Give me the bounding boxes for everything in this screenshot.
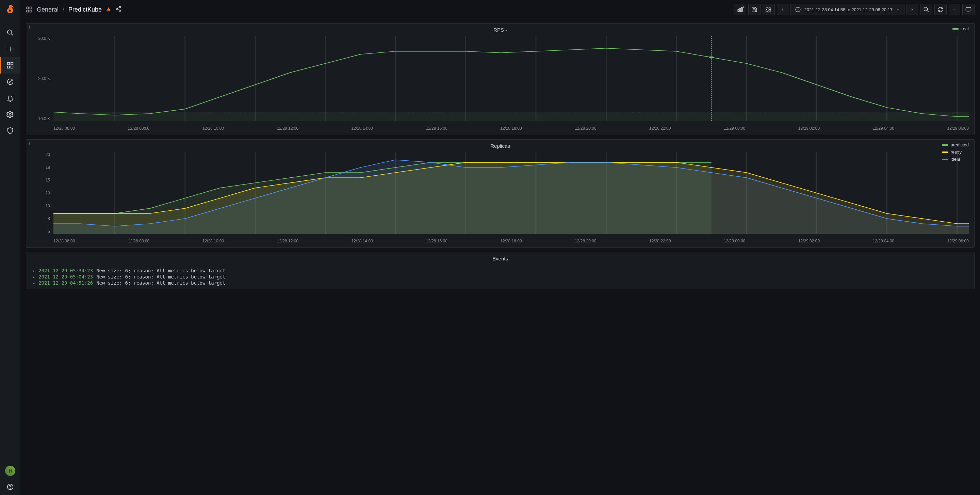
y-tick: 20.0 K xyxy=(30,76,50,81)
legend-item[interactable]: real xyxy=(953,26,969,31)
x-tick: 12/29 00:00 xyxy=(724,239,745,244)
x-tick: 12/29 00:00 xyxy=(724,126,745,131)
shield-icon[interactable] xyxy=(0,123,21,139)
svg-rect-8 xyxy=(11,66,13,68)
svg-point-49 xyxy=(709,57,714,59)
svg-point-20 xyxy=(119,10,121,11)
svg-line-21 xyxy=(118,7,119,8)
topbar: General / PredictKube ★ + 2021-12-28 04:… xyxy=(21,0,980,19)
share-icon[interactable] xyxy=(115,6,121,14)
svg-point-26 xyxy=(768,9,769,11)
chart-replicas[interactable]: 201815131085 xyxy=(53,152,969,234)
svg-point-19 xyxy=(116,8,118,10)
y-tick: 8 xyxy=(30,216,50,221)
gear-icon[interactable] xyxy=(0,106,21,123)
svg-point-11 xyxy=(9,113,11,115)
svg-rect-16 xyxy=(27,10,29,12)
settings-button[interactable] xyxy=(762,4,775,15)
x-tick: 12/28 20:00 xyxy=(575,239,596,244)
x-tick: 12/29 04:00 xyxy=(873,126,894,131)
event-message: New size: 6; reason: All metrics below t… xyxy=(96,274,225,280)
svg-point-18 xyxy=(119,6,121,8)
avatar-initial: H xyxy=(8,468,11,474)
x-tick: 12/28 20:00 xyxy=(575,126,596,131)
x-tick: 12/29 06:00 xyxy=(947,126,969,131)
chevron-down-icon xyxy=(896,8,900,11)
grafana-logo-icon[interactable] xyxy=(5,4,16,15)
chart-rps[interactable]: 30.0 K20.0 K10.0 K xyxy=(53,36,969,121)
y-tick: 13 xyxy=(30,191,50,196)
event-timestamp: 2021-12-29 05:04:23 xyxy=(38,274,93,280)
dashboard-content: i RPS▾ real 30.0 K20.0 K10.0 K 12/28 06:… xyxy=(21,19,980,495)
caret-icon: ▸ xyxy=(33,269,35,273)
chevron-down-icon: ▾ xyxy=(505,29,507,32)
star-icon[interactable]: ★ xyxy=(106,6,111,13)
clock-icon xyxy=(795,6,801,13)
svg-rect-5 xyxy=(8,63,10,65)
events-log: ▸2021-12-29 05:34:23New size: 6; reason:… xyxy=(26,265,974,289)
x-tick: 12/28 10:00 xyxy=(202,239,224,244)
avatar[interactable]: H xyxy=(5,466,15,476)
explore-icon[interactable] xyxy=(0,73,21,90)
x-tick: 12/28 08:00 xyxy=(128,126,150,131)
time-range-picker[interactable]: 2021-12-28 04:14:58 to 2021-12-29 06:20:… xyxy=(791,4,905,15)
add-panel-button[interactable]: + xyxy=(734,4,746,15)
svg-rect-15 xyxy=(30,7,32,9)
x-tick: 12/29 06:00 xyxy=(947,239,969,244)
event-row[interactable]: ▸2021-12-29 05:34:23New size: 6; reason:… xyxy=(33,267,967,274)
y-tick: 10.0 K xyxy=(30,116,50,121)
legend: real xyxy=(953,26,969,31)
x-tick: 12/29 02:00 xyxy=(798,239,820,244)
bell-icon[interactable] xyxy=(0,90,21,106)
dashboards-icon[interactable] xyxy=(0,57,21,73)
legend-item[interactable]: predicted xyxy=(942,142,969,147)
breadcrumb-folder[interactable]: General xyxy=(37,6,59,13)
event-row[interactable]: ▸2021-12-29 04:51:26New size: 6; reason:… xyxy=(33,280,967,286)
svg-marker-10 xyxy=(9,81,11,83)
info-icon[interactable]: i xyxy=(29,25,30,30)
svg-rect-17 xyxy=(30,10,32,12)
x-tick: 12/28 14:00 xyxy=(352,126,373,131)
panel-title[interactable]: Replicas xyxy=(26,140,974,152)
x-tick: 12/28 08:00 xyxy=(128,239,150,244)
x-tick: 12/28 06:00 xyxy=(53,126,75,131)
breadcrumb: General / PredictKube ★ xyxy=(26,6,121,14)
tv-mode-button[interactable] xyxy=(962,4,975,15)
save-button[interactable] xyxy=(748,4,760,15)
page-title[interactable]: PredictKube xyxy=(68,6,102,13)
y-tick: 5 xyxy=(30,229,50,234)
legend-swatch xyxy=(953,28,959,30)
y-tick: 30.0 K xyxy=(30,36,50,41)
svg-rect-7 xyxy=(8,66,10,68)
panel-rps: i RPS▾ real 30.0 K20.0 K10.0 K 12/28 06:… xyxy=(26,23,975,135)
legend-swatch xyxy=(942,144,948,146)
plus-icon[interactable] xyxy=(0,41,21,57)
svg-point-1 xyxy=(8,30,12,34)
time-range-label: 2021-12-28 04:14:58 to 2021-12-29 06:20:… xyxy=(804,7,893,12)
y-tick: 15 xyxy=(30,178,50,183)
x-tick: 12/28 14:00 xyxy=(352,239,373,244)
info-icon[interactable]: i xyxy=(29,141,30,146)
x-tick: 12/28 12:00 xyxy=(277,239,298,244)
event-timestamp: 2021-12-29 05:34:23 xyxy=(38,268,93,274)
svg-rect-31 xyxy=(966,8,971,11)
time-range-back-button[interactable] xyxy=(777,4,788,15)
search-icon[interactable] xyxy=(0,24,21,41)
event-row[interactable]: ▸2021-12-29 05:04:23New size: 6; reason:… xyxy=(33,274,967,280)
zoom-out-button[interactable] xyxy=(920,4,932,15)
panel-title[interactable]: RPS▾ xyxy=(26,24,974,36)
refresh-button[interactable] xyxy=(934,4,947,15)
time-range-forward-button[interactable] xyxy=(907,4,918,15)
svg-point-0 xyxy=(9,10,11,11)
svg-rect-6 xyxy=(11,63,13,65)
refresh-interval-button[interactable] xyxy=(949,4,960,15)
help-icon[interactable] xyxy=(0,479,21,495)
svg-rect-23 xyxy=(738,10,739,11)
x-tick: 12/29 04:00 xyxy=(873,239,894,244)
x-tick: 12/28 10:00 xyxy=(202,126,224,131)
svg-rect-24 xyxy=(740,8,740,11)
y-tick: 18 xyxy=(30,165,50,170)
panel-title[interactable]: Events xyxy=(26,252,974,265)
x-tick: 12/28 18:00 xyxy=(500,239,522,244)
x-tick: 12/28 16:00 xyxy=(426,239,447,244)
